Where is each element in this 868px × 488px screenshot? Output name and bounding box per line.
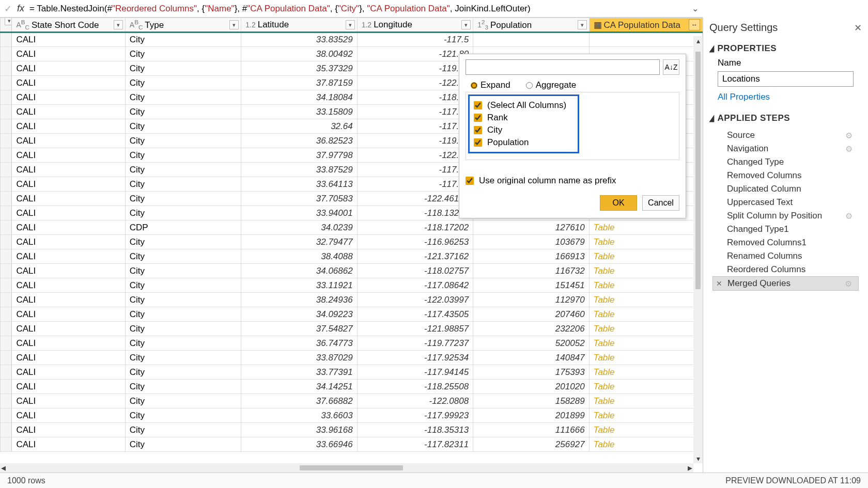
column-header-ca-population-data[interactable]: ▦CA Population Data↔ [589, 18, 702, 33]
population-checkbox[interactable]: Population [474, 136, 574, 149]
row-index-cell[interactable] [1, 249, 12, 264]
table-row[interactable]: CALICity33.83529-117.5 [1, 33, 703, 47]
ca-data-cell[interactable]: Table [589, 264, 702, 278]
row-index-header[interactable]: ▾ [1, 18, 12, 33]
latitude-cell[interactable]: 38.4088 [241, 249, 357, 264]
longitude-cell[interactable]: -122.03 [357, 148, 473, 163]
scroll-up-icon[interactable]: ▴ [693, 36, 703, 45]
type-cell[interactable]: City [125, 249, 241, 264]
longitude-cell[interactable]: -118.17202 [357, 221, 473, 235]
type-cell[interactable]: City [125, 365, 241, 380]
latitude-cell[interactable]: 34.14251 [241, 380, 357, 394]
population-cell[interactable] [473, 33, 589, 47]
type-cell[interactable]: City [125, 336, 241, 351]
ca-data-cell[interactable]: Table [589, 293, 702, 307]
formula-expand-icon[interactable]: ⌄ [692, 4, 699, 13]
row-index-cell[interactable] [1, 380, 12, 394]
state-cell[interactable]: CALI [12, 264, 125, 278]
row-index-cell[interactable] [1, 437, 12, 452]
state-cell[interactable]: CALI [12, 408, 125, 423]
type-cell[interactable]: City [125, 278, 241, 293]
longitude-cell[interactable]: -117.35 [357, 105, 473, 119]
state-cell[interactable]: CALI [12, 61, 125, 76]
type-cell[interactable]: City [125, 293, 241, 307]
longitude-cell[interactable]: -117.43505 [357, 307, 473, 322]
state-cell[interactable]: CALI [12, 119, 125, 134]
longitude-cell[interactable]: -118.30 [357, 90, 473, 105]
row-index-cell[interactable] [1, 177, 12, 192]
latitude-cell[interactable]: 33.96168 [241, 423, 357, 437]
population-cell[interactable]: 111666 [473, 423, 589, 437]
row-index-cell[interactable] [1, 322, 12, 336]
cancel-button[interactable]: Cancel [642, 195, 679, 211]
scrollbar-thumb[interactable] [300, 465, 403, 470]
latitude-cell[interactable]: 32.64 [241, 119, 357, 134]
applied-step[interactable]: Navigation⚙ [712, 142, 859, 155]
longitude-cell[interactable]: -117.08 [357, 119, 473, 134]
state-cell[interactable]: CALI [12, 365, 125, 380]
latitude-cell[interactable]: 36.74773 [241, 336, 357, 351]
row-index-cell[interactable] [1, 47, 12, 61]
latitude-cell[interactable]: 33.83529 [241, 33, 357, 47]
state-cell[interactable]: CALI [12, 90, 125, 105]
table-row[interactable]: CALICDP34.0239-118.17202127610Table [1, 221, 703, 235]
type-cell[interactable]: City [125, 163, 241, 177]
state-cell[interactable]: CALI [12, 322, 125, 336]
table-row[interactable]: CALICity33.11921-117.08642151451Table [1, 278, 703, 293]
row-index-cell[interactable] [1, 206, 12, 221]
population-cell[interactable]: 158289 [473, 394, 589, 408]
longitude-cell[interactable]: -122.03997 [357, 293, 473, 307]
ok-button[interactable]: OK [600, 195, 637, 211]
longitude-cell[interactable]: -118.13257 [357, 206, 473, 221]
gear-icon[interactable]: ⚙ [845, 279, 852, 289]
row-index-cell[interactable] [1, 365, 12, 380]
state-cell[interactable]: CALI [12, 76, 125, 90]
aggregate-radio[interactable]: Aggregate [526, 80, 576, 90]
latitude-cell[interactable]: 33.66946 [241, 437, 357, 452]
state-cell[interactable]: CALI [12, 423, 125, 437]
state-cell[interactable]: CALI [12, 380, 125, 394]
table-row[interactable]: CALICity33.87029-117.92534140847Table [1, 351, 703, 365]
state-cell[interactable]: CALI [12, 134, 125, 148]
longitude-cell[interactable]: -118.02757 [357, 264, 473, 278]
longitude-cell[interactable]: -117.99923 [357, 408, 473, 423]
state-cell[interactable]: CALI [12, 221, 125, 235]
population-cell[interactable]: 127610 [473, 221, 589, 235]
sort-az-button[interactable]: A↓Z [663, 59, 679, 75]
state-cell[interactable]: CALI [12, 47, 125, 61]
formula-input[interactable]: = Table.NestedJoin(#"Reordered Columns",… [29, 3, 687, 14]
type-cell[interactable]: City [125, 33, 241, 47]
ca-data-cell[interactable]: Table [589, 437, 702, 452]
applied-step[interactable]: Split Column by Position⚙ [712, 209, 859, 223]
population-cell[interactable]: 256927 [473, 437, 589, 452]
population-cell[interactable]: 232206 [473, 322, 589, 336]
expand-radio[interactable]: Expand [471, 80, 510, 90]
type-cell[interactable]: City [125, 119, 241, 134]
filter-icon[interactable]: ▾ [346, 20, 355, 29]
population-cell[interactable]: 175393 [473, 365, 589, 380]
latitude-cell[interactable]: 33.94001 [241, 206, 357, 221]
row-index-cell[interactable] [1, 119, 12, 134]
applied-step[interactable]: Removed Columns1 [712, 236, 859, 249]
table-row[interactable]: CALICity34.14251-118.25508201020Table [1, 380, 703, 394]
type-cell[interactable]: City [125, 61, 241, 76]
properties-section[interactable]: ◢PROPERTIES [708, 40, 863, 57]
longitude-cell[interactable]: -117.94145 [357, 365, 473, 380]
table-row[interactable]: CALICity33.66946-117.82311256927Table [1, 437, 703, 452]
column-header-population[interactable]: 123Population▾ [473, 18, 589, 33]
expand-search-input[interactable] [466, 59, 660, 75]
state-cell[interactable]: CALI [12, 437, 125, 452]
select-all-checkbox[interactable]: (Select All Columns) [474, 99, 574, 112]
ca-data-cell[interactable]: Table [589, 322, 702, 336]
latitude-cell[interactable]: 34.09223 [241, 307, 357, 322]
population-cell[interactable]: 166913 [473, 249, 589, 264]
row-index-cell[interactable] [1, 336, 12, 351]
longitude-cell[interactable]: -118.35313 [357, 423, 473, 437]
longitude-cell[interactable]: -117.08642 [357, 278, 473, 293]
state-cell[interactable]: CALI [12, 394, 125, 408]
row-index-cell[interactable] [1, 148, 12, 163]
row-index-cell[interactable] [1, 76, 12, 90]
filter-icon[interactable]: ▾ [578, 20, 587, 29]
longitude-cell[interactable]: -117.92534 [357, 351, 473, 365]
latitude-cell[interactable]: 33.64113 [241, 177, 357, 192]
